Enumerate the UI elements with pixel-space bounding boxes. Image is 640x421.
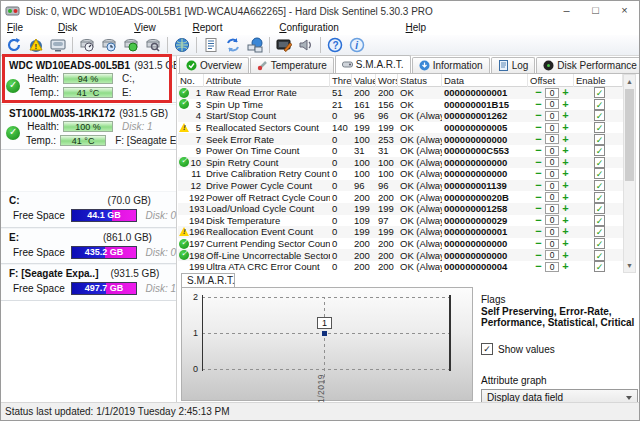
enable-checkbox[interactable]: ✓ bbox=[594, 134, 605, 145]
smart-attribute-row[interactable]: 194 Disk Temperature 0 109 97 OK (Always… bbox=[178, 215, 626, 227]
offset-decrease-button[interactable]: − bbox=[534, 111, 543, 120]
offset-decrease-button[interactable]: − bbox=[534, 123, 543, 132]
offset-decrease-button[interactable]: − bbox=[534, 181, 543, 190]
scroll-thumb[interactable] bbox=[625, 89, 634, 181]
minimize-button[interactable]: – bbox=[552, 1, 581, 21]
smart-attribute-row[interactable]: 9 Power On Time Count 0 31 31 OK (Always… bbox=[178, 145, 626, 157]
enable-checkbox[interactable]: ✓ bbox=[594, 238, 605, 249]
report-icon[interactable] bbox=[200, 36, 222, 54]
col-attribute[interactable]: Attribute bbox=[204, 74, 330, 87]
offset-decrease-button[interactable]: − bbox=[534, 158, 543, 167]
offset-decrease-button[interactable]: − bbox=[534, 204, 543, 213]
menu-file[interactable]: File bbox=[5, 21, 25, 34]
smart-attribute-row[interactable]: 4 Start/Stop Count 0 96 96 OK (Always...… bbox=[178, 110, 626, 122]
tab-smart[interactable]: S.M.A.R.T. bbox=[335, 55, 411, 73]
overview-monitor-icon[interactable] bbox=[47, 36, 69, 54]
warning-report-icon[interactable]: ! bbox=[25, 36, 47, 54]
tab-temperature[interactable]: Temperature bbox=[250, 57, 334, 73]
menu-disk[interactable]: Disk bbox=[56, 21, 79, 34]
tab-information[interactable]: Information bbox=[412, 57, 490, 73]
offset-increase-button[interactable]: + bbox=[561, 169, 570, 178]
refresh-icon[interactable] bbox=[3, 36, 25, 54]
enable-checkbox[interactable]: ✓ bbox=[594, 99, 605, 110]
network-icon[interactable] bbox=[244, 36, 266, 54]
smart-attribute-row[interactable]: 5 Reallocated Sectors Count 140 199 199 … bbox=[178, 122, 626, 134]
menu-view[interactable]: View bbox=[132, 21, 158, 34]
offset-decrease-button[interactable]: − bbox=[534, 135, 543, 144]
offset-increase-button[interactable]: + bbox=[561, 158, 570, 167]
table-scrollbar[interactable]: ▲ ▼ bbox=[623, 74, 636, 273]
offset-increase-button[interactable]: + bbox=[561, 251, 570, 260]
smart-attribute-row[interactable]: 3 Spin Up Time 21 161 156 OK 000000001B1… bbox=[178, 99, 626, 111]
col-threshold[interactable]: Thre... bbox=[330, 74, 352, 87]
offset-increase-button[interactable]: + bbox=[561, 123, 570, 132]
enable-checkbox[interactable]: ✓ bbox=[594, 157, 605, 168]
sync-icon[interactable] bbox=[222, 36, 244, 54]
smart-attribute-row[interactable]: 193 Load/Unload Cycle Count 0 199 199 OK… bbox=[178, 203, 626, 215]
checkbox-check-icon[interactable]: ✓ bbox=[481, 343, 493, 355]
smart-attribute-row[interactable]: 10 Spin Retry Count 0 100 100 OK (Always… bbox=[178, 157, 626, 169]
offset-decrease-button[interactable]: − bbox=[534, 216, 543, 225]
enable-checkbox[interactable]: ✓ bbox=[594, 122, 605, 133]
online-check-icon[interactable] bbox=[171, 36, 193, 54]
enable-checkbox[interactable]: ✓ bbox=[594, 250, 605, 261]
menu-report[interactable]: Report bbox=[190, 21, 224, 34]
offset-increase-button[interactable]: + bbox=[561, 88, 570, 97]
tab-overview[interactable]: Overview bbox=[179, 57, 249, 73]
col-no[interactable]: No. bbox=[178, 74, 204, 87]
offset-decrease-button[interactable]: − bbox=[534, 227, 543, 236]
col-enable[interactable]: Enable bbox=[574, 74, 623, 87]
offset-increase-button[interactable]: + bbox=[561, 239, 570, 248]
offset-decrease-button[interactable]: − bbox=[534, 88, 543, 97]
col-value[interactable]: Value bbox=[352, 74, 376, 87]
enable-checkbox[interactable]: ✓ bbox=[594, 203, 605, 214]
about-info-icon[interactable]: i bbox=[346, 36, 368, 54]
col-data[interactable]: Data bbox=[442, 74, 528, 87]
offset-increase-button[interactable]: + bbox=[561, 227, 570, 236]
show-values-checkbox[interactable]: ✓ Show values bbox=[481, 343, 638, 355]
smart-attribute-row[interactable]: 196 Reallocation Event Count 0 199 199 O… bbox=[178, 226, 626, 238]
offset-increase-button[interactable]: + bbox=[561, 111, 570, 120]
close-button[interactable]: × bbox=[610, 1, 639, 21]
tab-disk-performance[interactable]: Disk Performance bbox=[536, 57, 640, 73]
scroll-up-arrow[interactable]: ▲ bbox=[624, 75, 635, 88]
disk-surface-test-icon[interactable] bbox=[76, 36, 98, 54]
offset-increase-button[interactable]: + bbox=[561, 262, 570, 271]
offset-decrease-button[interactable]: − bbox=[534, 193, 543, 202]
enable-checkbox[interactable]: ✓ bbox=[594, 226, 605, 237]
enable-checkbox[interactable]: ✓ bbox=[594, 110, 605, 121]
remote-monitoring-icon[interactable] bbox=[273, 36, 295, 54]
offset-decrease-button[interactable]: − bbox=[534, 262, 543, 271]
offset-decrease-button[interactable]: − bbox=[534, 169, 543, 178]
sidebar-disk-0[interactable]: WDC WD10EADS-00L5B1 (931.5 GB) Disk: 0 H… bbox=[1, 56, 176, 103]
smart-attribute-row[interactable]: 198 Off-Line Uncorrectable Sector Count … bbox=[178, 249, 626, 261]
col-offset[interactable]: Offset bbox=[528, 74, 574, 87]
enable-checkbox[interactable]: ✓ bbox=[594, 145, 605, 156]
enable-checkbox[interactable]: ✓ bbox=[594, 215, 605, 226]
smart-attribute-row[interactable]: 192 Power off Retract Cycle Count 0 200 … bbox=[178, 191, 626, 203]
enable-checkbox[interactable]: ✓ bbox=[594, 192, 605, 203]
offset-increase-button[interactable]: + bbox=[561, 146, 570, 155]
sidebar-partition-f[interactable]: F: [Seagate Expa..] (931.5 GB) Free Spac… bbox=[1, 264, 176, 301]
scroll-down-arrow[interactable]: ▼ bbox=[624, 259, 635, 272]
sidebar-partition-c[interactable]: C: (70.0 GB) Free Space 44.1 GB Disk: 0 bbox=[1, 191, 176, 228]
help-icon[interactable]: ? bbox=[324, 36, 346, 54]
disk-analyse-icon[interactable] bbox=[142, 36, 164, 54]
smart-attribute-row[interactable]: 11 Drive Calibration Retry Count 0 100 1… bbox=[178, 168, 626, 180]
smart-attribute-row[interactable]: 199 Ultra ATA CRC Error Count 0 200 200 … bbox=[178, 261, 626, 273]
menu-help[interactable]: Help bbox=[404, 21, 429, 34]
enable-checkbox[interactable]: ✓ bbox=[594, 261, 605, 272]
smart-attribute-row[interactable]: 12 Drive Power Cycle Count 0 96 96 OK (A… bbox=[178, 180, 626, 192]
offset-decrease-button[interactable]: − bbox=[534, 146, 543, 155]
offset-increase-button[interactable]: + bbox=[561, 193, 570, 202]
maximize-button[interactable]: □ bbox=[581, 1, 610, 21]
col-status[interactable]: Status bbox=[398, 74, 442, 87]
offset-increase-button[interactable]: + bbox=[561, 181, 570, 190]
offset-decrease-button[interactable]: − bbox=[534, 239, 543, 248]
enable-checkbox[interactable]: ✓ bbox=[594, 87, 605, 98]
smart-attribute-row[interactable]: 1 Raw Read Error Rate 51 200 200 OK 0000… bbox=[178, 87, 626, 99]
sidebar-disk-1[interactable]: ST1000LM035-1RK172 (931.5 GB) Health: 10… bbox=[1, 104, 176, 150]
disk-scheduled-test-icon[interactable] bbox=[98, 36, 120, 54]
menu-configuration[interactable]: Configuration bbox=[277, 21, 341, 34]
disk-status-icon[interactable] bbox=[120, 36, 142, 54]
